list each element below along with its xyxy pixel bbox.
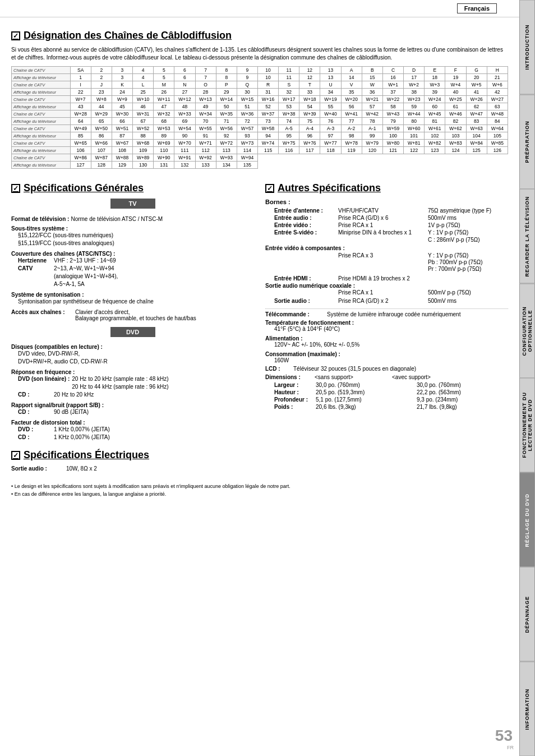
table-cell (487, 154, 508, 162)
lang-button[interactable]: Français (457, 3, 497, 13)
table-cell (404, 154, 425, 162)
table-cell: SA (70, 67, 91, 74)
table-cell: 94 (257, 132, 278, 140)
table-cell: 23 (91, 89, 112, 96)
main-content: ✓ Désignation des Chaînes de Câblodiffus… (0, 17, 519, 509)
lcd-row: LCD : Téléviseur 32 pouces (31,5 pouces … (265, 366, 508, 372)
table-cell: W+83 (445, 140, 466, 147)
alim-value: 120V~ AC +/- 10%, 60Hz +/- 0,5% (265, 342, 508, 348)
table-cell: W+87 (91, 154, 112, 162)
table-cell: 13 (320, 67, 341, 74)
top-bar: Français (0, 0, 519, 17)
table-cell: W+90 (154, 154, 174, 162)
table-cell: W+84 (466, 140, 487, 147)
sidebar-tab-preparation[interactable]: PRÉPARATION (519, 95, 535, 190)
table-cell: W+74 (257, 140, 278, 147)
composantes-row1: Prise RCA x 3 Y : 1V p-p (75Ω) (265, 252, 508, 259)
autres-row-video: Entrée vidéo : Prise RCA x 1 1V p-p (75Ω… (265, 222, 508, 228)
sidebar-tab-dvd-reg[interactable]: RÉGLAGE DU DVD (519, 473, 535, 568)
table-cell: 113 (216, 147, 237, 154)
sidebar-tab-tv[interactable]: REGARDER LA TÉLÉVISION (519, 189, 535, 284)
table-cell: W+58 (257, 125, 278, 132)
table-cell: W+31 (133, 110, 154, 118)
table-cell: W+72 (216, 140, 237, 147)
table-cell: 93 (237, 132, 257, 140)
table-cell: 60 (425, 103, 445, 110)
table-cell: 110 (154, 147, 174, 154)
spec-synto: Système de syntonisation : Syntonisation… (11, 292, 254, 306)
page-fr-label: FR (507, 745, 514, 750)
table-cell: 125 (466, 147, 487, 154)
table-cell: 28 (195, 89, 216, 96)
table-cell (341, 154, 362, 162)
table-cell: 54 (299, 103, 320, 110)
checkbox-icon-2: ✓ (11, 184, 20, 193)
table-cell: W+55 (195, 125, 216, 132)
table-cell: 51 (237, 103, 257, 110)
table-cell: W+45 (425, 110, 445, 118)
table-cell: W+59 (382, 125, 403, 132)
table-cell: 107 (91, 147, 112, 154)
table-cell: W+81 (404, 140, 425, 147)
conso-title: Consommation (maximale) : (265, 351, 508, 357)
table-cell: W+12 (174, 96, 195, 103)
table-cell: W+67 (112, 140, 132, 147)
table-row-label2: Affichage du téléviseur (12, 89, 71, 96)
sidebar-tab-introduction[interactable]: INTRODUCTION (519, 0, 535, 95)
table-cell: 45 (112, 103, 132, 110)
sidebar-tab-info[interactable]: INFORMATION (519, 662, 535, 757)
autres-svideo-c: C : 286mV p-p (75Ω) (265, 237, 508, 243)
sidebar-tab-depan[interactable]: DÉPANNAGE (519, 567, 535, 662)
table-cell: 10 (257, 74, 278, 81)
specs-two-col: ✓ Spécifications Générales TV Format de … (11, 176, 508, 472)
table-cell: 129 (112, 162, 132, 169)
table-cell: W+16 (257, 96, 278, 103)
autres-row-audio: Entrée audio : Prise RCA (G/D) x 6 500mV… (265, 215, 508, 221)
table-cell: W+69 (154, 140, 174, 147)
table-cell: 43 (70, 103, 91, 110)
table-cell: 27 (174, 89, 195, 96)
table-cell (279, 154, 299, 162)
spec-couverture: Couverture des chaînes (ATSC/NTSC) : Her… (11, 251, 254, 288)
table-row-label2: Affichage du téléviseur (12, 118, 71, 125)
table-cell: W+4 (445, 81, 466, 89)
catv-table: Chaîne de CATVSA2345678910111213ABCDEFGH… (11, 66, 508, 169)
table-cell: 118 (320, 147, 341, 154)
table-cell: V (341, 81, 362, 89)
table-cell: 97 (320, 132, 341, 140)
temp-title: Température de fonctionnement : (265, 320, 508, 326)
sidebar-tab-config[interactable]: CONFIGURATION OPTIONNELLE (519, 284, 535, 379)
table-cell: 81 (425, 118, 445, 125)
table-cell: 86 (91, 132, 112, 140)
conso-value: 160W (265, 357, 508, 363)
table-cell (257, 162, 278, 169)
table-cell: 24 (112, 89, 132, 96)
table-cell: W+75 (279, 140, 299, 147)
table-cell: W+68 (133, 140, 154, 147)
spec-sous-titres: Sous-titres système : §15,122/FCC (sous-… (11, 225, 254, 247)
table-cell: W+36 (237, 110, 257, 118)
table-cell: W+46 (445, 110, 466, 118)
table-cell: 89 (154, 132, 174, 140)
table-cell: 90 (174, 132, 195, 140)
table-cell: 88 (133, 132, 154, 140)
table-cell: W+41 (341, 110, 362, 118)
table-cell: W+76 (299, 140, 320, 147)
table-cell: 18 (425, 74, 445, 81)
table-cell: W+29 (91, 110, 112, 118)
page-number: 53 (495, 727, 513, 745)
autres-row-hdmi: Entrée HDMI : Prise HDMI à 19 broches x … (265, 275, 508, 282)
table-cell (341, 162, 362, 169)
table-row-label: Chaîne de CATV (12, 154, 71, 162)
table-cell: W+17 (279, 96, 299, 103)
table-cell: 67 (133, 118, 154, 125)
table-cell: 2 (91, 74, 112, 81)
table-cell (425, 162, 445, 169)
table-cell: K (112, 81, 132, 89)
table-cell: 128 (91, 162, 112, 169)
table-cell: W+42 (362, 110, 382, 118)
sidebar-tab-dvd-fonc[interactable]: FONCTIONNEMENT DU LECTEUR DE DVD (519, 378, 535, 473)
table-cell: 52 (257, 103, 278, 110)
table-cell: 109 (133, 147, 154, 154)
table-cell: L (133, 81, 154, 89)
